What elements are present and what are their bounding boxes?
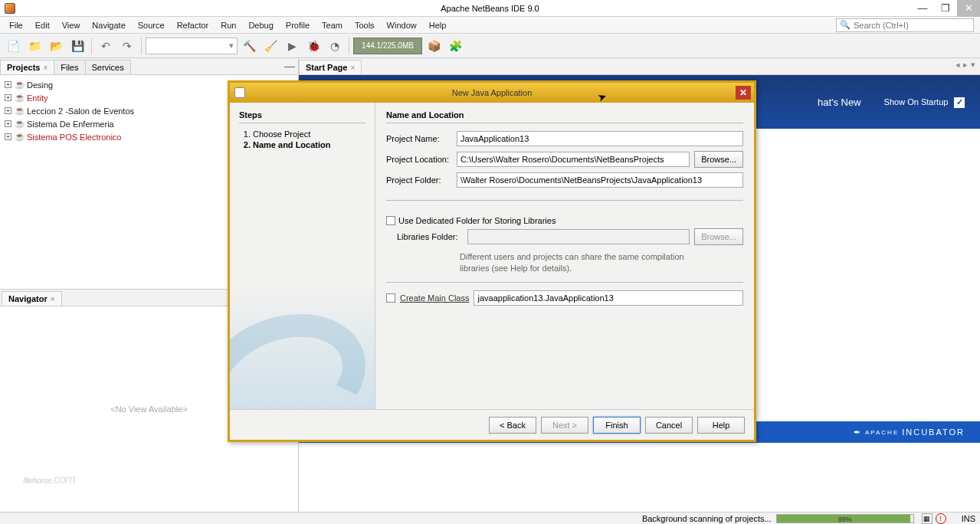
gc-button[interactable]: 📦: [424, 36, 444, 56]
search-input[interactable]: [854, 21, 973, 30]
main-class-input[interactable]: [474, 290, 743, 306]
feather-icon: ✒: [854, 427, 862, 437]
run-button[interactable]: ▶: [282, 36, 302, 56]
new-project-button[interactable]: 📁: [25, 36, 44, 56]
project-name-input[interactable]: [457, 131, 743, 146]
dialog-titlebar[interactable]: New Java Application ✕ ➤: [230, 83, 754, 103]
clean-build-button[interactable]: 🧹: [261, 36, 280, 56]
browse-location-button[interactable]: Browse...: [694, 151, 743, 168]
expand-icon[interactable]: +: [5, 120, 11, 127]
save-all-button[interactable]: 💾: [67, 36, 87, 56]
menu-team[interactable]: Team: [316, 19, 349, 31]
menu-help[interactable]: Help: [423, 19, 453, 31]
tab-label: Services: [92, 63, 124, 72]
window-controls: — ❐ ✕: [911, 0, 980, 17]
create-main-class-label: Create Main Class: [400, 293, 469, 303]
start-page-tab[interactable]: hat's New: [818, 97, 861, 108]
project-folder-input[interactable]: [457, 172, 743, 188]
tree-label: Sistema POS Electronico: [27, 133, 122, 142]
menu-tools[interactable]: Tools: [349, 19, 381, 31]
java-project-icon: ☕: [15, 80, 25, 90]
progress-bar[interactable]: 98%: [776, 514, 914, 523]
plugin-button[interactable]: 🧩: [445, 36, 465, 56]
tab-files[interactable]: Files: [54, 60, 85, 74]
tree-label: Sistema De Enfermeria: [27, 120, 114, 129]
notifications-icon[interactable]: !: [936, 513, 946, 524]
open-project-button[interactable]: 📂: [46, 36, 66, 56]
menu-source[interactable]: Source: [132, 19, 171, 31]
tab-projects[interactable]: Projects ×: [0, 60, 54, 74]
steps-heading: Steps: [239, 110, 365, 120]
profile-button[interactable]: ◔: [325, 36, 345, 56]
navigator-empty-text: <No View Available>: [110, 404, 188, 414]
insert-mode-label: INS: [962, 514, 975, 523]
libraries-folder-input: [467, 229, 690, 244]
tab-start-page[interactable]: Start Page ×: [299, 60, 362, 74]
create-main-class-checkbox[interactable]: [386, 293, 395, 303]
project-location-input[interactable]: [457, 152, 690, 167]
debug-button[interactable]: 🐞: [303, 36, 323, 56]
next-tab-icon[interactable]: ▸: [963, 60, 968, 70]
menu-refactor[interactable]: Refactor: [171, 19, 215, 31]
next-button: Next >: [541, 417, 588, 434]
tasks-icon[interactable]: ▦: [922, 513, 932, 524]
close-icon[interactable]: ×: [350, 64, 355, 72]
menu-view[interactable]: View: [56, 19, 87, 31]
show-on-startup-checkbox[interactable]: ✓: [954, 97, 965, 108]
java-project-icon: ☕: [15, 93, 25, 103]
menu-profile[interactable]: Profile: [280, 19, 316, 31]
help-button[interactable]: Help: [697, 417, 745, 434]
cancel-button[interactable]: Cancel: [645, 417, 693, 434]
expand-icon[interactable]: +: [5, 133, 11, 140]
menu-navigate[interactable]: Navigate: [86, 19, 131, 31]
java-project-icon: ☕: [15, 106, 25, 116]
undo-button[interactable]: ↶: [96, 36, 116, 56]
tab-navigator[interactable]: Navigator ×: [2, 291, 62, 306]
minimize-pane-icon[interactable]: —: [284, 60, 295, 72]
expand-icon[interactable]: +: [5, 107, 11, 114]
project-location-label: Project Location:: [386, 155, 452, 164]
close-icon[interactable]: ×: [43, 64, 48, 72]
window-titlebar: Apache NetBeans IDE 9.0 — ❐ ✕: [0, 0, 980, 17]
new-file-button[interactable]: 📄: [3, 36, 23, 56]
tab-label: Files: [61, 63, 78, 72]
global-search[interactable]: 🔍: [836, 18, 974, 32]
menu-bar: File Edit View Navigate Source Refactor …: [0, 17, 980, 34]
menu-run[interactable]: Run: [215, 19, 242, 31]
close-button[interactable]: ✕: [957, 0, 980, 17]
prev-tab-icon[interactable]: ◂: [955, 60, 960, 70]
show-on-startup-label: Show On Startup ✓: [884, 96, 965, 108]
project-name-label: Project Name:: [386, 134, 452, 143]
dedicated-folder-checkbox[interactable]: [386, 216, 395, 225]
config-combo[interactable]: ▾: [146, 38, 238, 54]
maximize-button[interactable]: ❐: [934, 0, 957, 17]
memory-widget[interactable]: 144.1/225.0MB: [353, 38, 422, 54]
close-icon[interactable]: ×: [51, 295, 55, 303]
dialog-title: New Java Application: [452, 88, 533, 97]
redo-button[interactable]: ↷: [117, 36, 137, 56]
dedicated-folder-label: Use Dedicated Folder for Storing Librari…: [398, 216, 556, 225]
java-project-icon: ☕: [15, 132, 25, 142]
tab-services[interactable]: Services: [85, 60, 131, 74]
menu-file[interactable]: File: [3, 19, 29, 31]
finish-button[interactable]: Finish: [593, 417, 641, 434]
wizard-form-panel: Name and Location Project Name: Project …: [375, 103, 754, 409]
watermark: filehorse.com: [23, 464, 75, 489]
build-button[interactable]: 🔨: [239, 36, 259, 56]
tab-label: Projects: [7, 63, 40, 72]
editor-tab-controls: ◂ ▸ ▾: [955, 60, 975, 70]
step-name-location: Name and Location: [253, 140, 365, 149]
libraries-folder-label: Libraries Folder:: [397, 232, 463, 241]
main-toolbar: 📄 📁 📂 💾 ↶ ↷ ▾ 🔨 🧹 ▶ 🐞 ◔ 144.1/225.0MB 📦 …: [0, 34, 980, 58]
back-button[interactable]: < Back: [489, 417, 536, 434]
section-heading: Name and Location: [386, 110, 743, 120]
menu-edit[interactable]: Edit: [29, 19, 56, 31]
menu-debug[interactable]: Debug: [242, 19, 279, 31]
tab-list-icon[interactable]: ▾: [971, 60, 975, 70]
menu-window[interactable]: Window: [381, 19, 423, 31]
minimize-button[interactable]: —: [911, 0, 934, 17]
dialog-close-button[interactable]: ✕: [736, 86, 751, 100]
java-project-icon: ☕: [15, 119, 25, 129]
expand-icon[interactable]: +: [5, 81, 11, 88]
expand-icon[interactable]: +: [5, 94, 11, 101]
